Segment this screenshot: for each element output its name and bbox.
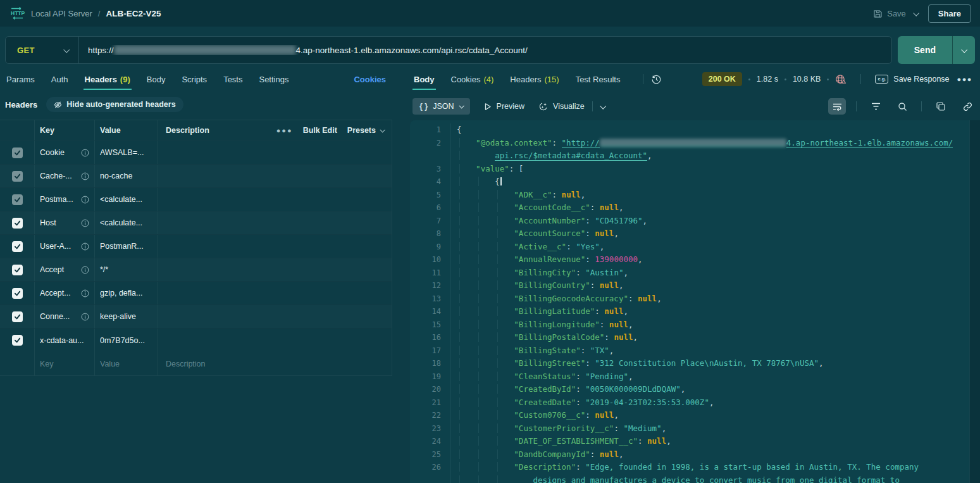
save-options-chevron-icon[interactable] [913, 9, 919, 16]
header-value-cell[interactable]: keep-alive [95, 305, 158, 328]
new-key-input[interactable]: Key [35, 352, 95, 375]
wrap-lines-button[interactable] [828, 98, 846, 115]
line-number: 6 [410, 201, 450, 215]
header-checkbox[interactable] [12, 288, 23, 299]
response-history-icon[interactable] [651, 74, 662, 85]
copy-icon[interactable] [932, 98, 950, 115]
tab-params[interactable]: Params [5, 68, 36, 90]
header-checkbox[interactable] [12, 147, 23, 158]
info-icon[interactable] [81, 149, 89, 157]
column-options-icon[interactable]: ●●● [276, 127, 293, 134]
link-icon[interactable] [958, 98, 976, 115]
header-value-cell[interactable]: <calculate... [95, 188, 158, 211]
scrollbar[interactable] [969, 120, 980, 483]
header-checkbox[interactable] [12, 194, 23, 205]
info-icon[interactable] [81, 266, 89, 274]
send-button[interactable]: Send [898, 36, 952, 64]
header-description-cell[interactable] [158, 305, 392, 328]
header-checkbox[interactable] [12, 335, 23, 346]
info-icon[interactable] [81, 313, 89, 321]
breadcrumb-collection[interactable]: Local API Server [31, 9, 92, 18]
header-description-cell[interactable] [158, 211, 392, 234]
url-link[interactable]: "http:// [562, 138, 600, 148]
header-checkbox[interactable] [12, 265, 23, 275]
header-key-cell[interactable]: Conne... [35, 305, 95, 328]
header-description-cell[interactable] [158, 329, 392, 352]
cookies-link[interactable]: Cookies [354, 75, 386, 84]
method-select[interactable]: GET [6, 37, 79, 63]
header-description-cell[interactable] [158, 141, 392, 164]
bulk-edit-button[interactable]: Bulk Edit [303, 126, 337, 135]
tab-headers[interactable]: Headers(15) [509, 68, 560, 90]
header-key-cell[interactable]: Cache-... [35, 165, 95, 187]
header-description-cell[interactable] [158, 235, 392, 258]
play-icon [484, 103, 492, 111]
tab-auth[interactable]: Auth [50, 68, 70, 90]
header-description-cell[interactable] [158, 258, 392, 281]
response-size[interactable]: 10.8 KB [793, 75, 821, 84]
tab-tests[interactable]: Tests [222, 68, 244, 90]
method-value: GET [17, 46, 35, 55]
response-time[interactable]: 1.82 s [757, 75, 778, 84]
url-link[interactable]: 4.ap-northeast-1.elb.amazonaws.com/ [786, 138, 953, 148]
info-icon[interactable] [81, 196, 89, 204]
info-icon[interactable] [81, 172, 89, 180]
header-value-cell[interactable]: 0m7B7d5o... [95, 329, 158, 352]
visualize-button[interactable]: Visualize [538, 102, 585, 111]
request-title[interactable]: ALB-EC2-V25 [106, 9, 161, 18]
url-link[interactable]: api.rsc/$metadata#cdata_Account" [495, 151, 647, 161]
format-select[interactable]: { } JSON [412, 98, 470, 115]
header-description-cell[interactable] [158, 165, 392, 187]
header-key-cell[interactable]: Host [35, 211, 95, 234]
tab-body[interactable]: Body [412, 68, 436, 90]
header-description-cell[interactable] [158, 188, 392, 211]
header-key-cell[interactable]: Postma... [35, 188, 95, 211]
tab-body[interactable]: Body [146, 68, 167, 90]
network-info-icon[interactable] [835, 74, 847, 85]
response-more-options-icon[interactable]: ●●● [957, 75, 972, 83]
share-button[interactable]: Share [928, 4, 971, 23]
header-checkbox[interactable] [12, 171, 23, 182]
tab-cookies[interactable]: Cookies(4) [450, 68, 495, 90]
info-icon[interactable] [81, 219, 89, 227]
header-key-cell[interactable]: x-cdata-au... [35, 329, 95, 352]
tab-settings[interactable]: Settings [257, 68, 290, 90]
url-input[interactable]: https://4.ap-northeast-1.elb.amazonaws.c… [79, 45, 891, 55]
filter-icon[interactable] [867, 98, 884, 115]
header-description-cell[interactable] [158, 282, 392, 304]
header-value-cell[interactable]: gzip, defla... [95, 282, 158, 304]
header-key-cell[interactable]: Cookie [35, 141, 95, 164]
header-row-conne: Conne...keep-alive [0, 305, 392, 329]
save-button[interactable]: Save [873, 9, 906, 18]
tab-headers[interactable]: Headers(9) [84, 68, 132, 90]
tab-test-results[interactable]: Test Results [574, 68, 622, 90]
info-icon[interactable] [81, 289, 89, 298]
header-value-cell[interactable]: AWSALB=... [95, 141, 158, 164]
tab-scripts[interactable]: Scripts [180, 68, 208, 90]
header-value-cell[interactable]: <calculate... [95, 211, 158, 234]
new-value-input[interactable]: Value [95, 352, 158, 375]
new-description-input[interactable]: Description [158, 352, 392, 375]
status-badge[interactable]: 200 OK [702, 72, 742, 86]
presets-dropdown[interactable]: Presets [347, 126, 384, 135]
visualize-options-chevron-icon[interactable] [600, 103, 606, 109]
header-key-cell[interactable]: Accept... [35, 282, 95, 304]
save-response-button[interactable]: e.g. Save Response [875, 75, 949, 84]
send-options-button[interactable] [952, 36, 975, 64]
info-icon[interactable] [81, 242, 89, 251]
preview-button[interactable]: Preview [484, 102, 524, 111]
header-key-cell[interactable]: User-A... [35, 235, 95, 258]
hide-auto-generated-headers-button[interactable]: Hide auto-generated headers [46, 97, 183, 112]
header-checkbox[interactable] [12, 218, 23, 229]
header-checkbox[interactable] [12, 241, 23, 252]
header-value-cell[interactable]: no-cache [95, 165, 158, 187]
header-value-cell[interactable]: */* [95, 258, 158, 281]
line-number: 25 [410, 448, 450, 461]
header-key-cell[interactable]: Accept [35, 258, 95, 281]
code-line: designs and manufactures a device to con… [410, 474, 969, 483]
search-icon[interactable] [893, 98, 911, 115]
header-checkbox[interactable] [12, 311, 23, 322]
presets-label: Presets [347, 126, 376, 135]
column-value: Value [100, 126, 121, 135]
header-value-cell[interactable]: PostmanR... [95, 235, 158, 258]
